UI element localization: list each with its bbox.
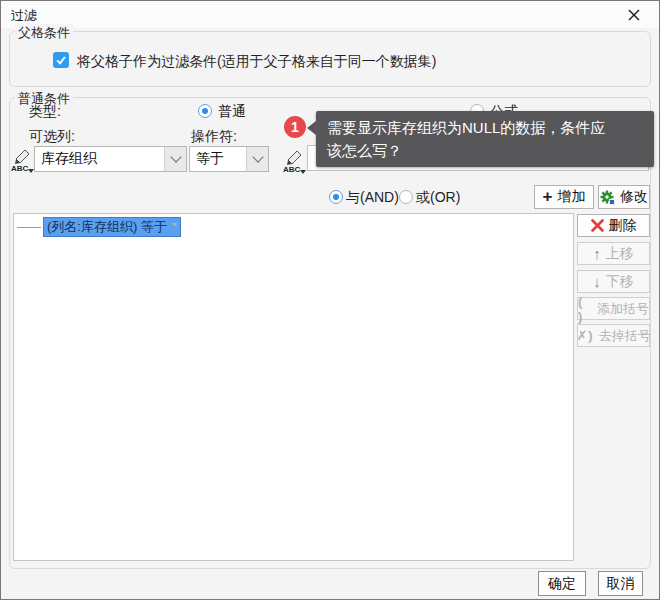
modify-button[interactable]: 修改 <box>598 185 650 209</box>
annotation-badge: 1 <box>284 116 306 138</box>
check-icon <box>55 54 67 66</box>
operator-label: 操作符: <box>191 128 237 146</box>
add-button[interactable]: + 增加 <box>534 185 594 209</box>
condition-list[interactable]: (列名:库存组织) 等于 '' <box>13 213 574 561</box>
parent-group-title: 父格条件 <box>15 24 73 42</box>
column-select-value: 库存组织 <box>35 150 164 168</box>
tree-connector <box>17 227 41 228</box>
parent-filter-checkbox-label: 将父格子作为过滤条件(适用于父子格来自于同一个数据集) <box>77 53 436 71</box>
filter-dialog: 过滤 父格条件 将父格子作为过滤条件(适用于父子格来自于同一个数据集) 普通条件… <box>0 0 660 600</box>
data-type-abc-icon[interactable]: ABC <box>10 147 34 173</box>
condition-value-literal: '' <box>172 220 177 235</box>
chevron-down-icon[interactable] <box>164 147 186 171</box>
svg-text:ABC: ABC <box>11 164 29 173</box>
arrow-down-icon: ↓ <box>593 274 601 289</box>
operator-select[interactable]: 等于 <box>189 146 269 172</box>
chevron-down-icon[interactable] <box>246 147 268 171</box>
list-item[interactable]: (列名:库存组织) 等于 '' <box>14 216 573 238</box>
type-radio-normal-label: 普通 <box>218 103 246 121</box>
value-type-abc-icon[interactable]: ABC <box>282 148 306 174</box>
annotation-tooltip-text: 需要显示库存组织为NULL的数据，条件应该怎么写？ <box>327 119 605 159</box>
logic-radio-and[interactable] <box>329 190 343 204</box>
annotation-tooltip: 需要显示库存组织为NULL的数据，条件应该怎么写？ <box>316 111 654 167</box>
type-label: 类型: <box>29 103 61 121</box>
parent-filter-checkbox[interactable] <box>53 52 69 68</box>
add-parentheses-button[interactable]: ( ) 添加括号 <box>577 297 650 320</box>
move-up-button[interactable]: ↑ 上移 <box>577 242 650 265</box>
remove-parentheses-button[interactable]: ✗) 去掉括号 <box>577 324 650 347</box>
ok-button[interactable]: 确定 <box>538 571 586 596</box>
operator-select-value: 等于 <box>190 150 246 168</box>
column-select[interactable]: 库存组织 <box>34 146 187 172</box>
logic-radio-or-label: 或(OR) <box>416 189 460 207</box>
close-icon[interactable] <box>625 6 643 24</box>
column-label: 可选列: <box>29 128 75 146</box>
logic-radio-or[interactable] <box>399 190 413 204</box>
plus-icon: + <box>543 188 553 205</box>
remove-parentheses-icon: ✗) <box>576 328 593 343</box>
logic-radio-and-label: 与(AND) <box>346 189 399 207</box>
tooltip-arrow <box>307 121 316 135</box>
dialog-title: 过滤 <box>11 7 37 25</box>
title-bar: 过滤 <box>1 1 659 28</box>
delete-button[interactable]: 删除 <box>577 214 650 237</box>
svg-text:ABC: ABC <box>283 165 301 174</box>
gear-icon <box>600 190 615 205</box>
parentheses-icon: ( ) <box>578 294 592 324</box>
type-radio-normal[interactable] <box>198 104 212 118</box>
selected-condition[interactable]: (列名:库存组织) 等于 '' <box>43 217 181 237</box>
move-down-button[interactable]: ↓ 下移 <box>577 270 650 293</box>
cancel-button[interactable]: 取消 <box>598 571 643 596</box>
delete-x-icon <box>591 219 604 232</box>
arrow-up-icon: ↑ <box>593 246 601 261</box>
